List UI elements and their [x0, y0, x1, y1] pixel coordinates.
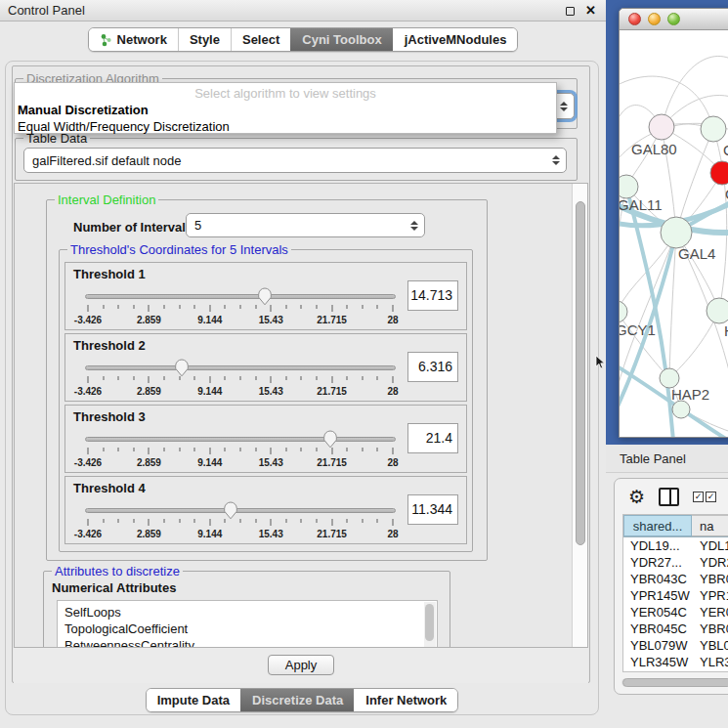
- table-horizontal-scrollbar[interactable]: [621, 678, 728, 687]
- network-node-gal11[interactable]: [620, 175, 638, 198]
- network-node-gal80[interactable]: [649, 114, 674, 140]
- node-label: GAL4: [678, 245, 715, 262]
- cyni-toolbox-panel: Discretization Algorithm Select algorith…: [5, 61, 599, 715]
- table-row[interactable]: YPR145WYPR14: [623, 587, 728, 604]
- threshold-slider[interactable]: -3.4262.8599.14415.4321.71528: [85, 429, 396, 472]
- table-row[interactable]: YBR045CYBR04: [623, 621, 728, 637]
- threshold-value-field[interactable]: 11.344: [407, 494, 458, 525]
- node-label: GA: [723, 142, 728, 158]
- gear-icon[interactable]: ⚙: [628, 488, 645, 506]
- tab-label: Impute Data: [157, 693, 230, 707]
- threshold-panel: Threshold 3 -3.4262.8599.14415.4321.7152…: [64, 405, 467, 473]
- float-window-icon[interactable]: [566, 7, 575, 16]
- cell-name: YLR34: [692, 654, 728, 670]
- threshold-slider[interactable]: -3.4262.8599.14415.4321.71528: [85, 286, 396, 329]
- network-node-hap2[interactable]: [660, 368, 679, 388]
- cell-shared-name: YDR27...: [623, 554, 692, 571]
- apply-button[interactable]: Apply: [268, 655, 335, 675]
- cell-name: YER05: [692, 604, 728, 621]
- slider-track[interactable]: [85, 294, 396, 299]
- zoom-traffic-light-icon[interactable]: [667, 13, 680, 25]
- bottom-tab-infer-network[interactable]: Infer Network: [354, 689, 457, 711]
- network-node-gal4[interactable]: [661, 217, 692, 248]
- network-node-hi[interactable]: [707, 298, 728, 323]
- scrollbar-thumb[interactable]: [622, 678, 728, 687]
- control-panel: Control Panel ✕ NetworkStyleSelectCyni T…: [0, 0, 606, 728]
- tab-label: Cyni Toolbox: [302, 32, 381, 47]
- table-panel-toolbar: ⚙ ✓ ✓: [615, 479, 728, 514]
- cell-shared-name: YPR145W: [623, 587, 692, 604]
- interval-definition-title: Interval Definition: [55, 193, 158, 207]
- threshold-value-field[interactable]: 14.713: [407, 280, 458, 311]
- node-label: HAP2: [671, 386, 709, 403]
- threshold-slider[interactable]: -3.4262.8599.14415.4321.71528: [85, 500, 396, 543]
- dropdown-option-manual-discretization[interactable]: Manual Discretization: [15, 102, 556, 118]
- slider-track[interactable]: [85, 437, 396, 442]
- network-node-gcy1[interactable]: [620, 301, 627, 322]
- network-node[interactable]: [672, 401, 690, 418]
- columns-icon[interactable]: [659, 488, 679, 506]
- discretization-settings-panel: Discretization Algorithm Select algorith…: [12, 65, 590, 683]
- mouse-cursor: [595, 355, 607, 370]
- table-row[interactable]: YER054CYER05: [623, 604, 728, 621]
- threshold-value-field[interactable]: 6.316: [407, 352, 458, 382]
- attribute-item-selfloops[interactable]: SelfLoops: [58, 601, 437, 621]
- list-scrollbar[interactable]: [424, 602, 436, 648]
- node-label: GAL11: [620, 196, 663, 213]
- checkbox-icon: ✓: [693, 492, 704, 502]
- settings-vertical-scrollbar[interactable]: [572, 184, 587, 647]
- table-row[interactable]: YDL19...YDL19: [623, 537, 728, 554]
- table-data-combobox[interactable]: galFiltered.sif default node: [23, 148, 567, 173]
- close-icon[interactable]: ✕: [585, 0, 596, 21]
- table-row[interactable]: YBR043CYBR04: [623, 571, 728, 587]
- threshold-panel: Threshold 4 -3.4262.8599.14415.4321.7152…: [64, 476, 467, 544]
- cell-shared-name: YDL19...: [623, 537, 692, 554]
- tab-select[interactable]: Select: [231, 28, 290, 51]
- number-of-intervals-value: 5: [194, 218, 201, 233]
- tab-cyni-toolbox[interactable]: Cyni Toolbox: [290, 28, 392, 51]
- right-region: GAL80GACGAL11GAL4GCY1HIHAP2 Table Panel …: [606, 0, 728, 728]
- table-row[interactable]: YIL052CYIL05: [623, 670, 728, 672]
- numerical-attributes-list[interactable]: SelfLoopsTopologicalCoefficientBetweenne…: [57, 600, 438, 648]
- tab-network[interactable]: Network: [89, 28, 178, 51]
- control-panel-titlebar: Control Panel ✕: [0, 0, 606, 21]
- threshold-label: Threshold 2: [73, 338, 146, 353]
- dropdown-option-equal-width-frequency[interactable]: Equal Width/Frequency Discretization: [15, 118, 556, 135]
- slider-ticks: [88, 519, 393, 527]
- bottom-tab-discretize-data[interactable]: Discretize Data: [240, 689, 354, 711]
- minimize-traffic-light-icon[interactable]: [648, 13, 661, 25]
- number-of-intervals-combobox[interactable]: 5: [186, 213, 425, 237]
- dropdown-placeholder: Select algorithm to view settings: [15, 83, 556, 102]
- table-row[interactable]: YDR27...YDR27: [623, 554, 728, 571]
- table-data-value: galFiltered.sif default node: [32, 153, 181, 168]
- threshold-list: Threshold 1 -3.4262.8599.14415.4321.7152…: [64, 262, 467, 547]
- close-traffic-light-icon[interactable]: [628, 13, 641, 25]
- bottom-tab-impute-data[interactable]: Impute Data: [147, 689, 240, 711]
- attribute-item-topologicalcoefficient[interactable]: TopologicalCoefficient: [58, 621, 437, 637]
- node-label: GCY1: [620, 321, 656, 338]
- column-header-name[interactable]: na: [692, 515, 728, 536]
- combo-stepper-icon: [560, 102, 568, 111]
- cell-name: YBR04: [692, 621, 728, 637]
- tab-label: Select: [242, 32, 279, 47]
- cell-name: YBL07: [692, 637, 728, 654]
- threshold-slider[interactable]: -3.4262.8599.14415.4321.71528: [85, 358, 396, 401]
- select-columns-icon[interactable]: ✓ ✓: [693, 492, 716, 502]
- network-node-c[interactable]: [710, 161, 728, 185]
- tab-label: jActiveMNodules: [405, 32, 507, 47]
- slider-track[interactable]: [85, 508, 396, 513]
- settings-scrollpane: Interval Definition Number of Intervals …: [14, 183, 588, 648]
- threshold-value-field[interactable]: 21.4: [407, 423, 458, 453]
- network-view-window: GAL80GACGAL11GAL4GCY1HIHAP2: [619, 8, 728, 438]
- attribute-item-betweennesscentrality[interactable]: BetweennessCentrality: [58, 637, 437, 648]
- table-row[interactable]: YBL079WYBL07: [623, 637, 728, 654]
- slider-track[interactable]: [85, 365, 396, 370]
- table-row[interactable]: YLR345WYLR34: [623, 654, 728, 670]
- network-node-ga[interactable]: [701, 116, 726, 142]
- tab-style[interactable]: Style: [178, 28, 231, 51]
- scrollbar-thumb[interactable]: [576, 201, 585, 545]
- network-canvas[interactable]: GAL80GACGAL11GAL4GCY1HIHAP2: [620, 30, 728, 437]
- column-header-shared-name[interactable]: shared...: [623, 515, 692, 536]
- cell-shared-name: YBR043C: [623, 571, 692, 587]
- tab-jactivemnodules[interactable]: jActiveMNodules: [393, 28, 518, 51]
